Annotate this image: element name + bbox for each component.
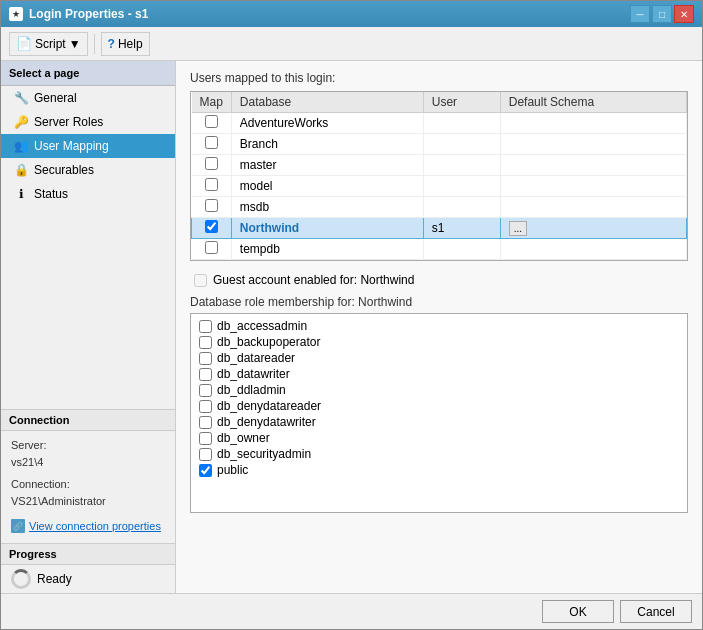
title-bar: ★ Login Properties - s1 ─ □ ✕ xyxy=(1,1,702,27)
toolbar: 📄 Script ▼ ? Help xyxy=(1,27,702,61)
help-button[interactable]: ? Help xyxy=(101,32,150,56)
schema-cell-1 xyxy=(500,134,686,155)
user-cell-0 xyxy=(423,113,500,134)
role-checkbox-3[interactable] xyxy=(199,368,212,381)
ok-button[interactable]: OK xyxy=(542,600,614,623)
database-cell-6: tempdb xyxy=(231,239,423,260)
user-cell-5: s1 xyxy=(423,218,500,239)
database-cell-4: msdb xyxy=(231,197,423,218)
maximize-button[interactable]: □ xyxy=(652,5,672,23)
map-checkbox-3[interactable] xyxy=(205,178,218,191)
sidebar-item-general[interactable]: 🔧 General xyxy=(1,86,175,110)
view-connection-label: View connection properties xyxy=(29,520,161,532)
users-mapped-label: Users mapped to this login: xyxy=(190,71,688,85)
script-arrow: ▼ xyxy=(69,37,81,51)
guest-checkbox[interactable] xyxy=(194,274,207,287)
database-cell-5: Northwind xyxy=(231,218,423,239)
role-checkbox-1[interactable] xyxy=(199,336,212,349)
cancel-button[interactable]: Cancel xyxy=(620,600,692,623)
database-cell-0: AdventureWorks xyxy=(231,113,423,134)
table-row xyxy=(192,197,232,218)
db-role-label: Database role membership for: Northwind xyxy=(190,295,688,309)
role-label-8: db_securityadmin xyxy=(217,447,311,461)
sidebar-item-general-label: General xyxy=(34,91,77,105)
map-checkbox-0[interactable] xyxy=(205,115,218,128)
role-label-5: db_denydatareader xyxy=(217,399,321,413)
map-checkbox-4[interactable] xyxy=(205,199,218,212)
col-user: User xyxy=(423,92,500,113)
help-label: Help xyxy=(118,37,143,51)
list-item: db_datareader xyxy=(195,350,683,366)
schema-browse-button-5[interactable]: ... xyxy=(509,221,527,236)
role-checkbox-8[interactable] xyxy=(199,448,212,461)
guest-label: Guest account enabled for: Northwind xyxy=(213,273,414,287)
map-checkbox-6[interactable] xyxy=(205,241,218,254)
server-label-text: Server: vs21\4 xyxy=(11,437,165,472)
user-cell-1 xyxy=(423,134,500,155)
help-icon: ? xyxy=(108,37,115,51)
server-value: vs21\4 xyxy=(11,456,43,468)
user-mapping-icon: 👥 xyxy=(13,138,29,154)
list-item: db_accessadmin xyxy=(195,318,683,334)
role-label-2: db_datareader xyxy=(217,351,295,365)
general-icon: 🔧 xyxy=(13,90,29,106)
user-cell-4 xyxy=(423,197,500,218)
list-item: db_datawriter xyxy=(195,366,683,382)
table-row xyxy=(192,134,232,155)
sidebar-item-status[interactable]: ℹ Status xyxy=(1,182,175,206)
window-title: Login Properties - s1 xyxy=(29,7,148,21)
role-label-7: db_owner xyxy=(217,431,270,445)
role-checkbox-9[interactable] xyxy=(199,464,212,477)
sidebar-item-user-mapping[interactable]: 👥 User Mapping xyxy=(1,134,175,158)
connection-link-icon: 🔗 xyxy=(11,519,25,533)
schema-cell-6 xyxy=(500,239,686,260)
close-button[interactable]: ✕ xyxy=(674,5,694,23)
sidebar-item-securables[interactable]: 🔒 Securables xyxy=(1,158,175,182)
role-label-9: public xyxy=(217,463,248,477)
sidebar-item-status-label: Status xyxy=(34,187,68,201)
connection-label-text: Connection: VS21\Administrator xyxy=(11,476,165,511)
role-checkbox-0[interactable] xyxy=(199,320,212,333)
list-item: db_securityadmin xyxy=(195,446,683,462)
map-checkbox-5[interactable] xyxy=(205,220,218,233)
view-connection-link[interactable]: 🔗 View connection properties xyxy=(1,517,175,535)
role-checkbox-4[interactable] xyxy=(199,384,212,397)
role-label-1: db_backupoperator xyxy=(217,335,320,349)
table-row xyxy=(192,239,232,260)
role-checkbox-7[interactable] xyxy=(199,432,212,445)
status-icon: ℹ xyxy=(13,186,29,202)
database-cell-1: Branch xyxy=(231,134,423,155)
schema-cell-3 xyxy=(500,176,686,197)
role-checkbox-5[interactable] xyxy=(199,400,212,413)
role-label-3: db_datawriter xyxy=(217,367,290,381)
table-row xyxy=(192,218,232,239)
role-label-6: db_denydatawriter xyxy=(217,415,316,429)
guest-row: Guest account enabled for: Northwind xyxy=(190,271,688,289)
database-cell-3: model xyxy=(231,176,423,197)
connection-section-header: Connection xyxy=(1,409,175,431)
list-item: db_denydatareader xyxy=(195,398,683,414)
user-cell-6 xyxy=(423,239,500,260)
list-item: db_backupoperator xyxy=(195,334,683,350)
role-checkbox-2[interactable] xyxy=(199,352,212,365)
map-checkbox-2[interactable] xyxy=(205,157,218,170)
list-item: db_denydatawriter xyxy=(195,414,683,430)
window-icon: ★ xyxy=(9,7,23,21)
sidebar-item-server-roles[interactable]: 🔑 Server Roles xyxy=(1,110,175,134)
script-button[interactable]: 📄 Script ▼ xyxy=(9,32,88,56)
sidebar-item-securables-label: Securables xyxy=(34,163,94,177)
main-content: Select a page 🔧 General 🔑 Server Roles 👥… xyxy=(1,61,702,593)
users-table-container: Map Database User Default Schema Adventu… xyxy=(190,91,688,261)
col-database: Database xyxy=(231,92,423,113)
progress-section-header: Progress xyxy=(1,543,175,565)
role-checkbox-6[interactable] xyxy=(199,416,212,429)
role-label-4: db_ddladmin xyxy=(217,383,286,397)
sidebar-item-server-roles-label: Server Roles xyxy=(34,115,103,129)
map-checkbox-1[interactable] xyxy=(205,136,218,149)
connection-value: VS21\Administrator xyxy=(11,495,106,507)
content-area: Users mapped to this login: Map Database… xyxy=(176,61,702,593)
minimize-button[interactable]: ─ xyxy=(630,5,650,23)
database-cell-2: master xyxy=(231,155,423,176)
col-schema: Default Schema xyxy=(500,92,686,113)
securables-icon: 🔒 xyxy=(13,162,29,178)
